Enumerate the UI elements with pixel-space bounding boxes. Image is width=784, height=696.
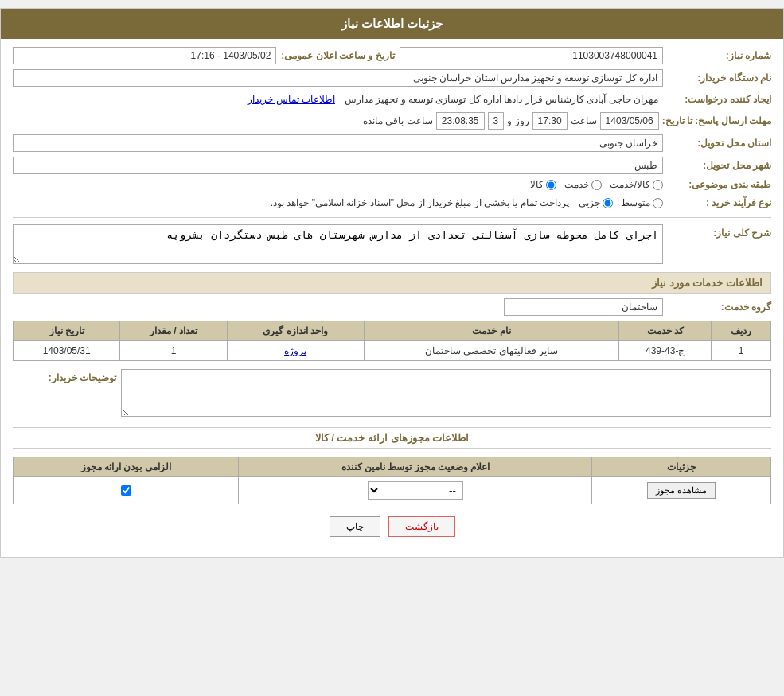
cell-vahid: پروژه [227, 341, 364, 361]
ostan-row: استان محل تحویل: خراسان جنوبی [13, 134, 771, 152]
jezyi-label: جزیی [579, 197, 600, 208]
now-label: نوع فرآیند خرید : [668, 197, 771, 208]
view-permit-button[interactable]: مشاهده مجوز [647, 482, 716, 499]
ijad-label: ایجاد کننده درخواست: [668, 94, 771, 105]
col-name: نام خدمت [364, 321, 619, 341]
tozihat-row: توضیحات خریدار: [13, 369, 771, 419]
mohlat-roz: 3 [488, 112, 505, 130]
gorooh-value: ساختمان [504, 298, 663, 316]
gorooh-row: گروه خدمت: ساختمان [13, 298, 771, 316]
tozihat-box [121, 369, 771, 419]
page-title: جزئیات اطلاعات نیاز [341, 17, 443, 30]
elzami-checkbox[interactable] [121, 485, 131, 496]
tarikh-label: تاریخ و ساعت اعلان عمومی: [281, 50, 394, 61]
permit-col-joziyat: جزئیات [592, 457, 771, 477]
tozihat-label: توضیحات خریدار: [13, 369, 116, 383]
now-group: متوسط جزیی [579, 197, 663, 208]
ijad-value: مهران حاجی آبادی کارشناس قرار دادها ادار… [340, 91, 663, 107]
permit-table: جزئیات اعلام وضعیت مجوز توسط نامین کننده… [13, 457, 771, 504]
btn-row: بازگشت چاپ [13, 504, 771, 549]
page-header: جزئیات اطلاعات نیاز [1, 9, 783, 39]
permit-col-elzami: الزامی بودن ارائه مجوز [14, 457, 239, 477]
khedmat-label: خدمت [564, 179, 589, 190]
khadamat-section-title: اطلاعات خدمات مورد نیاز [13, 272, 771, 294]
cell-tarikh: 1403/05/31 [14, 341, 120, 361]
tozihat-textarea[interactable] [121, 369, 771, 417]
content-area: شماره نیاز: 1103003748000041 تاریخ و ساع… [1, 39, 783, 557]
mohlat-saat-label: ساعت [571, 115, 597, 126]
nam-dastgah-label: نام دستگاه خریدار: [668, 72, 771, 84]
print-button[interactable]: چاپ [330, 516, 380, 537]
ijad-link[interactable]: اطلاعات تماس خریدار [248, 94, 335, 105]
eelam-select[interactable]: -- [368, 481, 463, 500]
cell-tedad: 1 [120, 341, 227, 361]
shahr-label: شهر محل تحویل: [668, 160, 771, 171]
mohlat-saat: 17:30 [532, 112, 568, 130]
radio-jezyi: جزیی [579, 197, 613, 208]
nam-dastgah-row: نام دستگاه خریدار: اداره کل توسازی توسعه… [13, 69, 771, 87]
tarikh-value: 1403/05/02 - 17:16 [13, 47, 276, 64]
mohlat-label: مهلت ارسال پاسخ: تا تاریخ: [662, 115, 771, 126]
shomara-value: 1103003748000041 [400, 47, 663, 64]
mohlat-baqi: 23:08:35 [436, 112, 485, 130]
radio-motevaset-input[interactable] [653, 198, 663, 208]
sharh-textarea[interactable] [13, 224, 663, 264]
nam-dastgah-value: اداره کل توسازی توسعه و تجهیز مدارس استا… [13, 69, 663, 87]
tabagheh-group: کالا/خدمت خدمت کالا [530, 179, 663, 190]
kala-label: کالا [530, 179, 544, 190]
col-kod: کد خدمت [619, 321, 712, 341]
mohlat-baqi-label: ساعت باقی مانده [363, 115, 433, 126]
cell-radif: 1 [712, 341, 771, 361]
col-tarikh: تاریخ نیاز [14, 321, 120, 341]
services-table: ردیف کد خدمت نام خدمت واحد اندازه گیری ت… [13, 321, 771, 361]
divider1 [13, 217, 771, 218]
permit-col-eelam: اعلام وضعیت مجوز توسط نامین کننده [239, 457, 592, 477]
sharh-label: شرح کلی نیاز: [668, 224, 771, 239]
mohlat-row: مهلت ارسال پاسخ: تا تاریخ: 1403/05/06 سا… [13, 112, 771, 130]
shomara-label: شماره نیاز: [668, 50, 771, 61]
radio-kala-khedmat: کالا/خدمت [610, 179, 663, 190]
sharh-row: شرح کلی نیاز: [13, 224, 771, 264]
cell-kod: ج-43-439 [619, 341, 712, 361]
motevaset-label: متوسط [621, 197, 650, 208]
permit-eelam-cell: -- [239, 477, 592, 504]
ijad-row: ایجاد کننده درخواست: مهران حاجی آبادی کا… [13, 91, 771, 107]
shomara-row: شماره نیاز: 1103003748000041 تاریخ و ساع… [13, 47, 771, 64]
radio-khedmat-input[interactable] [591, 180, 602, 190]
gorooh-label: گروه خدمت: [668, 301, 771, 313]
shahr-value: طبس [13, 157, 663, 174]
permit-row: مشاهده مجوز -- [14, 477, 771, 504]
now-desc: پرداخت تمام یا بخشی از مبلغ خریدار از مح… [13, 195, 574, 211]
mojowz-title: اطلاعات مجوزهای ارائه خدمت / کالا [13, 427, 771, 449]
radio-khedmat: خدمت [564, 179, 602, 190]
radio-motevaset: متوسط [621, 197, 663, 208]
tabagheh-row: طبقه بندی موضوعی: کالا/خدمت خدمت کالا [13, 179, 771, 190]
permit-elzami-cell [14, 477, 239, 504]
tabagheh-label: طبقه بندی موضوعی: [668, 179, 771, 190]
col-tedad: تعداد / مقدار [120, 321, 227, 341]
radio-kala-khedmat-input[interactable] [653, 180, 663, 190]
col-vahid: واحد اندازه گیری [227, 321, 364, 341]
permit-joziyat-cell: مشاهده مجوز [592, 477, 771, 504]
kala-khedmat-label: کالا/خدمت [610, 179, 650, 190]
ostan-label: استان محل تحویل: [668, 138, 771, 149]
radio-kala-input[interactable] [546, 180, 556, 190]
cell-name: سایر فعالیتهای تخصصی ساختمان [364, 341, 619, 361]
vahid-link[interactable]: پروژه [284, 345, 306, 356]
table-row: 1 ج-43-439 سایر فعالیتهای تخصصی ساختمان … [14, 341, 771, 361]
shahr-row: شهر محل تحویل: طبس [13, 157, 771, 174]
col-radif: ردیف [712, 321, 771, 341]
now-row: نوع فرآیند خرید : متوسط جزیی پرداخت تمام… [13, 195, 771, 211]
mohlat-date: 1403/05/06 [600, 112, 659, 130]
mohlat-roz-label: روز و [507, 115, 529, 126]
radio-kala: کالا [530, 179, 556, 190]
page-wrapper: جزئیات اطلاعات نیاز شماره نیاز: 11030037… [0, 8, 784, 558]
ostan-value: خراسان جنوبی [13, 134, 663, 152]
radio-jezyi-input[interactable] [603, 198, 613, 208]
back-button[interactable]: بازگشت [388, 516, 455, 537]
